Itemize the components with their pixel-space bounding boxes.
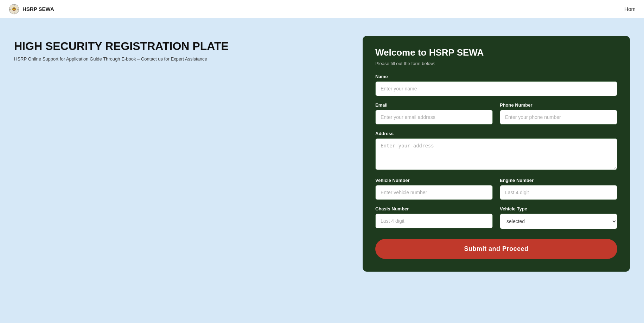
phone-group: Phone Number — [500, 102, 617, 125]
engine-number-group: Engine Number — [500, 178, 617, 200]
registration-form: Name Email Phone Number Address — [375, 74, 617, 259]
vehicle-engine-row: Vehicle Number Engine Number — [375, 178, 617, 200]
chasis-vehicle-type-row: Chasis Number Vehicle Type selected Two … — [375, 206, 617, 229]
vehicle-number-label: Vehicle Number — [375, 178, 493, 183]
brand: 🦁 HSRP SEWA — [8, 4, 54, 15]
chasis-number-input[interactable] — [375, 214, 493, 228]
phone-input[interactable] — [500, 110, 617, 125]
email-label: Email — [375, 102, 493, 108]
chasis-number-label: Chasis Number — [375, 206, 493, 211]
email-input[interactable] — [375, 110, 493, 125]
page-subtitle: HSRP Online Support for Application Guid… — [14, 56, 349, 62]
name-input[interactable] — [375, 81, 617, 96]
name-label: Name — [375, 74, 617, 79]
phone-label: Phone Number — [500, 102, 617, 108]
left-panel: HIGH SECURITY REGISTRATION PLATE HSRP On… — [14, 36, 349, 62]
svg-text:🦁: 🦁 — [12, 8, 16, 11]
vehicle-number-input[interactable] — [375, 185, 493, 200]
address-input[interactable] — [375, 138, 617, 170]
email-phone-row: Email Phone Number — [375, 102, 617, 125]
brand-name: HSRP SEWA — [23, 6, 54, 12]
home-nav-item[interactable]: Hom — [624, 6, 636, 12]
main-content: HIGH SECURITY REGISTRATION PLATE HSRP On… — [0, 18, 644, 323]
address-group: Address — [375, 131, 617, 171]
submit-button[interactable]: Submit and Proceed — [375, 239, 617, 259]
engine-number-label: Engine Number — [500, 178, 617, 183]
address-label: Address — [375, 131, 617, 136]
chasis-number-group: Chasis Number — [375, 206, 493, 229]
form-subtitle: Please fill out the form below: — [375, 61, 617, 66]
vehicle-number-group: Vehicle Number — [375, 178, 493, 200]
vehicle-type-group: Vehicle Type selected Two Wheeler Four W… — [500, 206, 617, 229]
emblem-icon: 🦁 — [8, 4, 20, 15]
engine-number-input[interactable] — [500, 185, 617, 200]
vehicle-type-select[interactable]: selected Two Wheeler Four Wheeler Commer… — [500, 214, 617, 229]
email-group: Email — [375, 102, 493, 125]
form-card: Welcome to HSRP SEWA Please fill out the… — [363, 36, 630, 272]
vehicle-type-label: Vehicle Type — [500, 206, 617, 211]
form-title: Welcome to HSRP SEWA — [375, 47, 617, 58]
page-title: HIGH SECURITY REGISTRATION PLATE — [14, 39, 349, 53]
navbar: 🦁 HSRP SEWA Hom — [0, 0, 644, 18]
name-group: Name — [375, 74, 617, 96]
